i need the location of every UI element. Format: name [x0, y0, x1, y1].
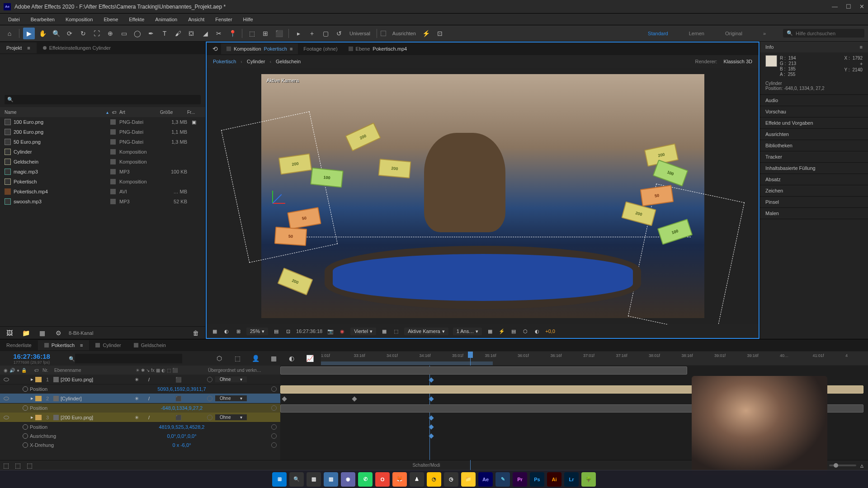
taskbar-app[interactable]: 📁	[461, 472, 476, 487]
sort-arrow-icon[interactable]: ▴	[106, 110, 108, 115]
col-size[interactable]: Größe	[160, 110, 187, 115]
pickwhip-icon[interactable]	[271, 424, 277, 430]
col-parent[interactable]: Übergeordnet und verkn…	[208, 368, 277, 373]
taskbar-app[interactable]: ◷	[444, 472, 458, 487]
property-row[interactable]: Position -648,0,1334,9,27,2	[0, 404, 280, 413]
taskbar-app[interactable]: ✎	[495, 472, 510, 487]
label-swatch[interactable]	[110, 169, 116, 174]
res-icon[interactable]: ▤	[273, 328, 280, 335]
pickwhip-icon[interactable]	[271, 433, 277, 439]
tab-footage[interactable]: Footage (ohne)	[298, 43, 343, 54]
project-item[interactable]: Cylinder Komposition	[0, 147, 205, 157]
layer-row[interactable]: ▸ 3 [200 Euro.png] ✳/⬛ Ohne ▾	[0, 413, 280, 422]
clone-tool[interactable]: ⛋	[186, 28, 198, 39]
taskbar-app[interactable]: ◉	[341, 472, 355, 487]
keyframe[interactable]	[282, 396, 287, 401]
menu-hilfe[interactable]: Hilfe	[239, 15, 258, 23]
mask-icon[interactable]: ◐	[223, 328, 230, 335]
label-swatch[interactable]	[35, 396, 42, 401]
panel-inhaltsbasierte-füllung[interactable]: Inhaltsbasierte Füllung	[760, 163, 868, 174]
draft3d-icon[interactable]: ⬚	[231, 352, 243, 364]
motion-blur-icon[interactable]: ◐	[286, 352, 297, 364]
label-swatch[interactable]	[110, 189, 116, 194]
sw-star-icon[interactable]: ✱	[141, 368, 145, 373]
pickwhip-icon[interactable]	[271, 386, 277, 392]
parent-dropdown[interactable]: Ohne ▾	[215, 395, 247, 401]
project-item[interactable]: Geldschein Komposition	[0, 157, 205, 167]
rect-tool[interactable]: ▭	[118, 28, 130, 39]
av-eye-icon[interactable]: ◉	[4, 368, 8, 373]
col-fr[interactable]: Fr...	[187, 110, 201, 115]
project-item[interactable]: 200 Euro.png PNG-Datei 1,1 MB	[0, 127, 205, 137]
label-swatch[interactable]	[110, 139, 116, 145]
px-aspect-icon[interactable]: ▦	[486, 328, 494, 335]
property-row[interactable]: Position 5093,6,1592,0,3911,7	[0, 385, 280, 394]
zoom-in-icon[interactable]: ▵	[856, 460, 868, 471]
taskbar-app[interactable]: 🌳	[581, 472, 596, 487]
taskbar-app[interactable]: ⊞	[272, 472, 287, 487]
breadcrumb-pokertisch[interactable]: Pokertisch	[213, 59, 236, 64]
prop-value[interactable]: 0,0°,0,0°,0,0°	[167, 433, 202, 439]
alpha-icon[interactable]: ▦	[211, 328, 218, 335]
prop-value[interactable]: 5093,6,1592,0,3911,7	[157, 386, 211, 392]
prop-value[interactable]: 0 x -6,0°	[172, 442, 196, 448]
project-item[interactable]: Pokertisch.mp4 AVI … MB	[0, 187, 205, 197]
comp-mini-flowchart-icon[interactable]: ⬡	[213, 352, 225, 364]
parent-dropdown[interactable]: Ohne ▾	[215, 414, 247, 420]
exposure-value[interactable]: +0,0	[545, 328, 555, 334]
property-row[interactable]: Position 4819,9,525,3,4528,2	[0, 422, 280, 432]
color-icon[interactable]: ◉	[339, 328, 346, 335]
tab-effekteinstellungen[interactable]: Effekteinstellungen Cylinder	[37, 42, 117, 53]
label-swatch[interactable]	[110, 129, 116, 135]
taskbar-app[interactable]: 🔍	[289, 472, 304, 487]
tab-ebene[interactable]: Ebene Pokertisch.mp4	[343, 43, 413, 54]
orbit-tool[interactable]: ⟳	[64, 28, 75, 39]
pickwhip-icon[interactable]	[207, 396, 212, 401]
panel-bibliotheken[interactable]: Bibliotheken	[760, 140, 868, 151]
taskbar-app[interactable]: Ai	[547, 472, 561, 487]
taskbar-app[interactable]: ♟	[410, 472, 424, 487]
taskbar-app[interactable]: Lr	[564, 472, 579, 487]
taskbar-app[interactable]: ▥	[324, 472, 338, 487]
menu-datei[interactable]: Datei	[4, 15, 24, 23]
tab-geldschein[interactable]: Geldschein	[127, 340, 172, 350]
prop-value[interactable]: 4819,9,525,3,4528,2	[159, 424, 210, 430]
settings-icon[interactable]: ⚙	[52, 327, 64, 339]
layer-bar[interactable]	[280, 366, 687, 375]
label-swatch[interactable]	[110, 199, 116, 204]
menu-bearbeiten[interactable]: Bearbeiten	[26, 15, 59, 23]
panel-absatz[interactable]: Absatz	[760, 174, 868, 185]
view-axis-icon[interactable]: ⬛	[273, 28, 285, 39]
panel-menu-icon[interactable]: ≡	[860, 44, 863, 50]
frame-blend-icon[interactable]: ▦	[268, 352, 279, 364]
maximize-button[interactable]: ☐	[846, 3, 851, 10]
project-item[interactable]: 100 Euro.png PNG-Datei 1,3 MB ▣	[0, 117, 205, 127]
prop-value[interactable]: -648,0,1334,9,27,2	[161, 405, 208, 411]
menu-komposition[interactable]: Komposition	[61, 15, 98, 23]
comp-lock-icon[interactable]: ⟲	[209, 43, 221, 55]
pan-behind-tool[interactable]: ⊕	[104, 28, 116, 39]
arrow-icon[interactable]: ▸	[292, 28, 304, 39]
refresh-icon[interactable]: ↺	[333, 28, 345, 39]
tab-pokertisch[interactable]: Pokertisch≡	[38, 340, 90, 350]
parent-dropdown[interactable]: Ohne ▾	[215, 376, 247, 382]
eraser-tool[interactable]: ◢	[199, 28, 211, 39]
pickwhip-icon[interactable]	[271, 442, 277, 448]
tab-cylinder[interactable]: Cylinder	[89, 340, 127, 350]
help-search[interactable]: 🔍 Hilfe durchsuchen	[783, 29, 864, 38]
project-item[interactable]: 50 Euro.png PNG-Datei 1,3 MB	[0, 137, 205, 147]
hand-tool[interactable]: ✋	[37, 28, 48, 39]
minimize-button[interactable]: —	[832, 3, 838, 10]
close-button[interactable]: ✕	[859, 3, 864, 10]
box-icon[interactable]: ▢	[320, 28, 331, 39]
trash-icon[interactable]: 🗑	[190, 327, 202, 339]
bit-depth[interactable]: 8-Bit-Kanal	[69, 330, 93, 336]
project-item[interactable]: magic.mp3 MP3 100 KB	[0, 167, 205, 177]
taskbar-app[interactable]: O	[375, 472, 390, 487]
breadcrumb-cylinder[interactable]: Cylinder	[247, 59, 265, 64]
pickwhip-icon[interactable]	[207, 377, 212, 382]
taskbar-app[interactable]: ▥	[307, 472, 321, 487]
project-search[interactable]: 🔍	[5, 95, 201, 104]
project-item[interactable]: Pokertisch Komposition	[0, 177, 205, 187]
grid-icon[interactable]: ⊡	[284, 328, 292, 335]
